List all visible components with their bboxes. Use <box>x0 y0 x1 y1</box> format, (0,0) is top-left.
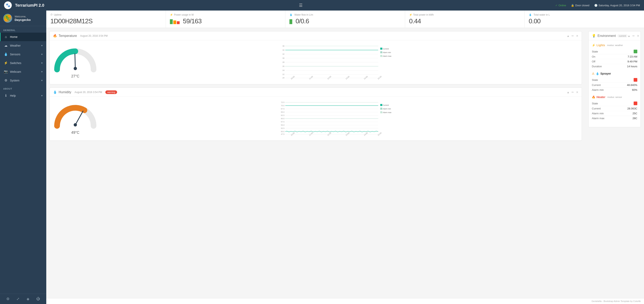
sprayer-title: ⚠ 💧 Sprayer <box>592 72 637 75</box>
svg-text:52.5: 52.5 <box>281 127 284 129</box>
stat-total-power: ⚡ Total power in kWh 0.44 <box>405 10 525 28</box>
menu-icon[interactable]: ☰ <box>299 3 302 8</box>
code-icon[interactable]: ◈ <box>26 297 30 301</box>
sidebar-item-webcam[interactable]: 📷 Webcam ▼ <box>0 67 46 76</box>
logo: 🐾 <box>4 1 12 9</box>
close-env-icon[interactable]: ✕ <box>637 34 639 37</box>
edit-icon[interactable]: ✏ <box>572 34 574 37</box>
footer: Gentelella - Bootstrap Admin Template by… <box>46 298 644 304</box>
svg-text:70.0: 70.0 <box>281 105 284 107</box>
svg-text:28: 28 <box>282 61 284 63</box>
system-icon: ⚙ <box>4 78 8 82</box>
collapse-icon-h[interactable]: ▲ <box>567 91 570 94</box>
close-icon-h[interactable]: ✕ <box>576 91 578 94</box>
environment-title: Environment <box>598 34 616 38</box>
status-online: ✓ Online <box>555 4 566 7</box>
total-water-icon: 💧 <box>529 13 532 16</box>
weather-icon: ☁ <box>4 44 8 47</box>
collapse-icon[interactable]: ▲ <box>567 34 570 37</box>
sidebar-item-system[interactable]: ⚙ System ▼ <box>0 76 46 85</box>
sidebar-item-weather[interactable]: ☁ Weather ▼ <box>0 41 46 50</box>
humidity-gauge: 49°C <box>53 103 98 135</box>
sidebar-item-help[interactable]: ℹ Help ▼ <box>0 91 46 100</box>
settings-icon[interactable]: ⚙ <box>6 297 10 301</box>
heater-title: 🔥 Heater modus: sensor <box>592 95 637 99</box>
humidity-card: 💧 Humidity August 20, 2016 3:54 PM warni… <box>50 88 582 141</box>
sidebar-item-switches[interactable]: ⚡ Switches ▼ <box>0 59 46 67</box>
water-drop-icon: 💧 <box>290 13 292 16</box>
topbar-right: ✓ Online 🔒 Door closed 🕐 Saturday, Augus… <box>555 4 640 7</box>
lights-off-row: Off 9:49 PM <box>592 59 637 64</box>
power-bar-green <box>170 19 173 24</box>
lights-title: ⚡ Lights modus: weather <box>592 44 637 47</box>
chevron-down-icon-4: ▼ <box>41 71 43 73</box>
temperature-chart-svg: 36 34 32 30 28 26 24 22 20 <box>101 44 578 80</box>
svg-text:57.5: 57.5 <box>281 121 284 123</box>
heater-state-box <box>634 102 637 105</box>
svg-rect-31 <box>380 51 382 53</box>
lights-state-box <box>634 50 637 53</box>
svg-text:32: 32 <box>282 53 284 55</box>
chevron-down-icon-3: ▼ <box>41 62 43 64</box>
svg-text:24: 24 <box>282 69 284 71</box>
sprayer-state-box <box>634 78 637 82</box>
edit-icon-h[interactable]: ✏ <box>572 91 574 94</box>
nav-label-sensors: Sensors <box>10 53 20 56</box>
svg-text:15:00: 15:00 <box>377 132 382 136</box>
main-layout: 🦎 Welcome, Daycgecko GENERAL ⌂ Home ☁ We… <box>0 10 644 304</box>
svg-text:11:00: 11:00 <box>308 75 313 80</box>
svg-text:34: 34 <box>282 49 284 51</box>
heater-alarmmax-label: Alarm max <box>592 117 604 120</box>
svg-text:36: 36 <box>282 45 284 47</box>
svg-text:72.5: 72.5 <box>281 101 284 103</box>
nav-label-help: Help <box>10 94 16 97</box>
username: Daycgecko <box>14 18 31 21</box>
sidebar-item-home[interactable]: ⌂ Home <box>0 33 46 41</box>
profile-info: Welcome, Daycgecko <box>14 15 31 21</box>
edit-env-icon[interactable]: ✏ <box>632 34 635 37</box>
svg-text:14:00: 14:00 <box>363 132 368 136</box>
expand-icon[interactable]: ⤢ <box>16 297 20 301</box>
heater-current-value: 28.063C <box>627 107 637 110</box>
humidity-chart-svg: 72.5 70.0 67.5 65.0 62.5 60.0 57.5 55.0 … <box>101 100 578 136</box>
lock-icon: 🔒 <box>571 4 574 7</box>
app-title: TerrariumPI 2.0 <box>15 3 44 8</box>
sidebar-item-sensors[interactable]: 💧 Sensors ▼ <box>0 50 46 59</box>
svg-text:14:00: 14:00 <box>363 75 368 80</box>
welcome-text: Welcome, <box>14 15 31 18</box>
nav-label-switches: Switches <box>10 61 21 65</box>
svg-rect-68 <box>380 104 382 106</box>
sprayer-current-label: Current <box>592 84 600 87</box>
svg-text:Alarm max: Alarm max <box>383 55 392 57</box>
svg-text:15:00: 15:00 <box>377 75 382 80</box>
humidity-body: 49°C 72.5 70.0 67.5 65.0 62.5 60.0 <box>50 97 582 141</box>
warning-triangle-icon: ⚠ <box>592 72 594 75</box>
power-icon: ⚡ <box>170 13 173 16</box>
power-bar-orange <box>173 20 176 24</box>
humidity-header: 💧 Humidity August 20, 2016 3:54 PM warni… <box>50 88 582 97</box>
svg-text:50.0: 50.0 <box>281 131 284 133</box>
content-area: 🔥 Temperature August 20, 2016 3:54 PM ▲ … <box>46 28 644 298</box>
panel-right: 💡 Environment current ▲ ✏ ✕ <box>585 28 644 298</box>
duration-label: Duration <box>592 65 602 68</box>
svg-text:10:00: 10:00 <box>290 132 295 136</box>
svg-line-35 <box>75 111 83 125</box>
temperature-title: Temperature <box>59 34 77 38</box>
online-check-icon: ✓ <box>555 4 558 7</box>
svg-text:30: 30 <box>282 57 284 59</box>
svg-text:13:00: 13:00 <box>345 132 350 136</box>
svg-text:Alarm max: Alarm max <box>383 112 392 114</box>
heater-state-row: State <box>592 101 637 106</box>
temperature-body: 27°C 36 34 32 30 28 26 24 <box>50 40 582 84</box>
svg-text:Current: Current <box>383 48 389 50</box>
power-icon[interactable]: ⏻ <box>36 297 40 301</box>
uptime-icon: ⏱ <box>50 13 53 16</box>
collapse-env-icon[interactable]: ▲ <box>628 34 630 37</box>
sidebar-footer: ⚙ ⤢ ◈ ⏻ <box>0 294 46 304</box>
close-icon[interactable]: ✕ <box>576 34 578 37</box>
bolt-icon: ⚡ <box>592 44 595 47</box>
svg-text:47.5: 47.5 <box>281 133 284 135</box>
sprayer-current-row: Current 48.840% <box>592 83 637 88</box>
stats-bar: ⏱ Uptime 1D00H28M12S ⚡ Power usage in W … <box>46 10 644 28</box>
info-icon: ℹ <box>4 94 8 98</box>
